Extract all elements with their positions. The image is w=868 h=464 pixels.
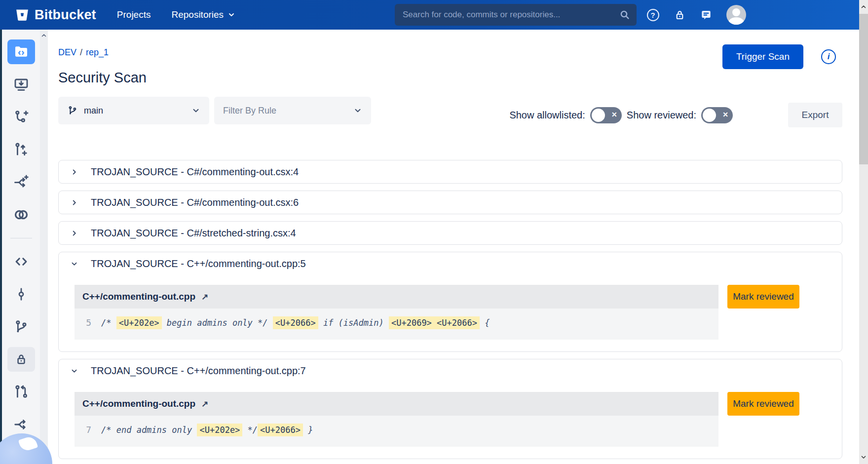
- nav-projects[interactable]: Projects: [117, 9, 151, 20]
- trigger-scan-button[interactable]: Trigger Scan: [722, 44, 803, 69]
- fork-plus-icon: [13, 174, 29, 190]
- finding-title: TROJAN_SOURCE - C#/stretched-string.csx:…: [91, 228, 296, 239]
- chevron-down-icon: [71, 260, 78, 268]
- file-header: C++/commenting-out.cpp ↗: [75, 392, 718, 416]
- breadcrumb-separator: /: [80, 47, 82, 58]
- navbar-icon-group: ?: [646, 0, 746, 30]
- pull-request-icon: [13, 384, 29, 400]
- venn-circles-icon: [13, 206, 30, 223]
- scroll-up-icon[interactable]: [861, 4, 867, 10]
- breadcrumb-repo-link[interactable]: rep_1: [86, 47, 109, 58]
- chevron-down-icon: [353, 106, 362, 115]
- sidebar-item-create-branch[interactable]: [7, 105, 35, 129]
- chevron-right-icon: [71, 230, 78, 237]
- chevron-down-icon: [227, 11, 235, 19]
- sidebar-divider: [10, 238, 32, 238]
- folder-code-icon: [13, 43, 30, 60]
- finding-row[interactable]: TROJAN_SOURCE - C#/commenting-out.csx:4: [58, 160, 842, 184]
- page-title: Security Scan: [58, 70, 842, 86]
- sidebar-item-security-scan[interactable]: [7, 347, 35, 372]
- security-scan-page: DEV / rep_1 Security Scan Trigger Scan i…: [48, 30, 859, 464]
- branch-selector[interactable]: main: [58, 97, 209, 124]
- user-avatar[interactable]: [726, 5, 746, 25]
- external-link-icon[interactable]: ↗: [201, 292, 208, 302]
- code-text: /* end admins only <U+202e> */<U+2066> }: [101, 425, 313, 435]
- toggle-off-icon: ✕: [722, 111, 728, 118]
- sidebar-item-repository-files[interactable]: [7, 39, 35, 64]
- file-name-link[interactable]: C++/commenting-out.cpp: [82, 291, 195, 302]
- file-name-link[interactable]: C++/commenting-out.cpp: [82, 398, 195, 409]
- code-line: 5 /* <U+202e> begin admins only */ <U+20…: [75, 309, 718, 340]
- page-head-actions: Trigger Scan i: [722, 44, 836, 69]
- show-allowlisted-toggle[interactable]: ✕: [590, 107, 622, 123]
- line-number: 5: [81, 317, 91, 328]
- bitbucket-home-link[interactable]: Bitbucket: [15, 7, 96, 23]
- sidebar-item-pull-requests[interactable]: [7, 380, 35, 404]
- chevron-down-icon: [191, 106, 200, 115]
- findings-list: TROJAN_SOURCE - C#/commenting-out.csx:4 …: [58, 160, 842, 459]
- sidebar-item-commits[interactable]: [7, 282, 35, 307]
- code-snippet-panel: C++/commenting-out.cpp ↗ 7 /* end admins…: [75, 392, 718, 447]
- fork-icon: [13, 417, 29, 432]
- chevron-down-icon: [71, 367, 78, 375]
- scroll-down-icon[interactable]: [861, 454, 867, 460]
- sidebar-item-create-pull-request[interactable]: [7, 137, 35, 162]
- lock-icon[interactable]: [673, 8, 686, 21]
- line-number: 7: [81, 425, 91, 435]
- repo-sidebar: [2, 30, 48, 464]
- page-scrollbar-thumb[interactable]: [859, 14, 868, 164]
- mark-reviewed-button[interactable]: Mark reviewed: [727, 392, 799, 416]
- external-link-icon[interactable]: ↗: [201, 399, 208, 409]
- commit-icon: [14, 287, 29, 302]
- feedback-icon[interactable]: [700, 8, 713, 21]
- branch-plus-icon: [13, 109, 29, 125]
- toggle-group: Show allowlisted: ✕ Show reviewed: ✕: [509, 107, 733, 123]
- finding-header[interactable]: TROJAN_SOURCE - C++/commenting-out.cpp:5: [59, 252, 842, 275]
- sidebar-item-branches[interactable]: [7, 314, 35, 339]
- finding-row[interactable]: TROJAN_SOURCE - C#/commenting-out.csx:6: [58, 191, 842, 214]
- code-brackets-icon: [13, 253, 30, 270]
- top-navbar: Bitbucket Projects Repositories ?: [0, 0, 859, 30]
- finding-row-expanded: TROJAN_SOURCE - C++/commenting-out.cpp:5…: [58, 252, 842, 352]
- finding-header[interactable]: TROJAN_SOURCE - C++/commenting-out.cpp:7: [59, 359, 842, 382]
- finding-row-expanded: TROJAN_SOURCE - C++/commenting-out.cpp:7…: [58, 359, 842, 459]
- show-allowlisted-label: Show allowlisted:: [509, 110, 585, 121]
- branch-selector-value: main: [84, 106, 103, 116]
- search-icon[interactable]: [619, 9, 631, 21]
- sidebar-scroll-up-icon[interactable]: [41, 33, 47, 39]
- help-icon[interactable]: ?: [646, 8, 659, 21]
- export-button[interactable]: Export: [788, 103, 842, 127]
- rule-filter-placeholder: Filter By Rule: [223, 106, 276, 116]
- chevron-right-icon: [71, 168, 78, 176]
- clone-monitor-icon: [13, 77, 29, 92]
- sidebar-scrollbar[interactable]: [40, 31, 48, 463]
- code-line: 7 /* end admins only <U+202e> */<U+2066>…: [75, 416, 718, 447]
- assistant-bubble-glyph: [18, 435, 38, 452]
- finding-title: TROJAN_SOURCE - C++/commenting-out.cpp:7: [91, 365, 306, 377]
- search-input[interactable]: [395, 4, 637, 26]
- show-reviewed-label: Show reviewed:: [627, 110, 696, 121]
- finding-title: TROJAN_SOURCE - C#/commenting-out.csx:4: [91, 166, 299, 178]
- sidebar-item-clone[interactable]: [7, 72, 35, 97]
- lock-icon: [14, 352, 28, 366]
- branch-icon: [67, 105, 78, 116]
- breadcrumb-project-link[interactable]: DEV: [58, 47, 76, 58]
- avatar-silhouette: [732, 8, 740, 16]
- filter-bar: main Filter By Rule Show allowlisted: ✕ …: [58, 97, 842, 124]
- show-reviewed-toggle[interactable]: ✕: [701, 107, 733, 123]
- sidebar-item-diff-venn[interactable]: [7, 202, 35, 227]
- mark-reviewed-button[interactable]: Mark reviewed: [727, 285, 799, 309]
- page-scrollbar[interactable]: [859, 0, 868, 464]
- sidebar-item-source-code[interactable]: [7, 249, 35, 274]
- chevron-right-icon: [71, 199, 78, 206]
- code-text: /* <U+202e> begin admins only */ <U+2066…: [101, 318, 490, 328]
- sidebar-item-compare[interactable]: [7, 170, 35, 194]
- toggle-off-icon: ✕: [611, 111, 617, 118]
- rule-filter-select[interactable]: Filter By Rule: [214, 97, 371, 124]
- info-icon[interactable]: i: [821, 49, 836, 64]
- nav-repositories[interactable]: Repositories: [171, 9, 235, 20]
- finding-title: TROJAN_SOURCE - C#/commenting-out.csx:6: [91, 197, 299, 208]
- brand-name: Bitbucket: [35, 7, 96, 23]
- code-snippet-panel: C++/commenting-out.cpp ↗ 5 /* <U+202e> b…: [75, 285, 718, 340]
- finding-row[interactable]: TROJAN_SOURCE - C#/stretched-string.csx:…: [58, 221, 842, 245]
